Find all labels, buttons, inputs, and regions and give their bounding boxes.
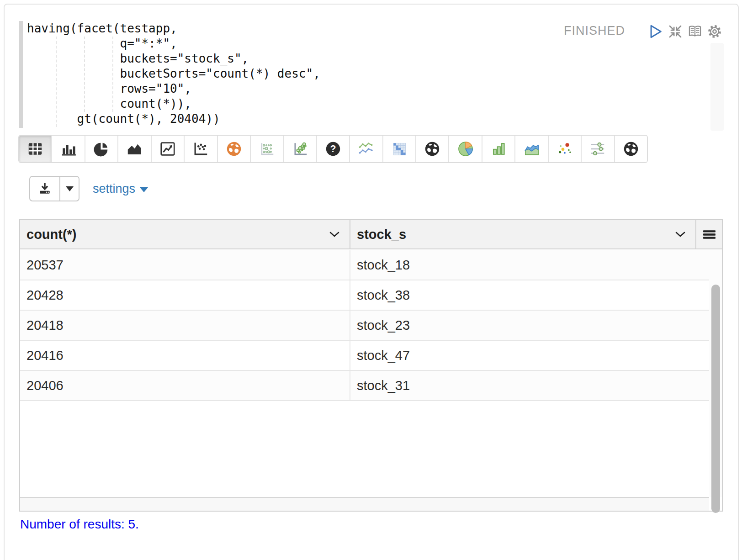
table-row: 20418 stock_23 [20,311,709,341]
cell-count: 20418 [20,311,350,340]
tab-bubble-matrix[interactable] [251,136,284,162]
tab-pie-chart[interactable] [85,136,118,162]
tab-scatter-chart[interactable] [185,136,217,162]
line-chart-icon [159,140,176,158]
download-button-group [29,176,80,201]
indent-guide [56,37,57,127]
tab-multi-line-chart[interactable] [350,136,383,162]
help-icon: ? [324,140,342,158]
cell-stock: stock_31 [350,371,709,400]
column-header-label: count(*) [26,227,77,242]
scatter-chart-icon [192,140,209,158]
pie-color-icon [457,140,474,158]
column-header-stock[interactable]: stock_s [350,220,696,248]
visualization-toolbar: ? [18,135,648,163]
heatmap-icon [391,140,408,158]
editor-scrollbar[interactable] [710,43,724,131]
cell-count: 20428 [20,280,350,310]
code-text[interactable]: having(facet(testapp, q="*:*", buckets="… [27,21,320,127]
tab-bar-chart-color[interactable] [482,136,515,162]
svg-text:?: ? [330,143,336,154]
bubble-scatter-icon [292,140,309,158]
editor-gutter [19,21,23,128]
sliders-icon [589,140,606,158]
settings-toggle[interactable]: settings [93,180,148,198]
table-row: 20416 stock_47 [20,341,709,371]
tab-map-globe-dark-2[interactable] [615,136,647,162]
results-grid: count(*) stock_s 20537 [19,219,723,512]
tab-heatmap[interactable] [383,136,416,162]
collapse-icon [668,24,683,39]
bar-chart-icon [60,140,77,158]
pie-chart-icon [93,140,110,158]
grid-scrollbar-track[interactable] [709,250,722,497]
table-icon [26,140,44,158]
tab-bar-chart[interactable] [52,136,85,162]
tab-bubble-scatter[interactable] [284,136,317,162]
scatter-color-icon [556,140,573,158]
cell-count: 20416 [20,341,350,370]
tab-line-chart[interactable] [152,136,185,162]
grid-footer [20,497,709,511]
hamburger-icon [703,230,716,239]
multi-line-chart-icon [357,140,375,158]
download-options-button[interactable] [60,177,79,201]
tab-map-globe-dark[interactable] [416,136,449,162]
tab-scatter-color[interactable] [549,136,582,162]
caret-down-icon [66,186,74,191]
tab-map-globe-orange[interactable] [218,136,251,162]
run-button[interactable] [648,24,663,39]
grid-scrollbar-thumb[interactable] [711,285,720,513]
paragraph-container: having(facet(testapp, q="*:*", buckets="… [4,4,739,560]
globe-dark-icon [622,140,640,158]
gear-icon [707,24,722,39]
settings-label: settings [93,182,135,196]
grid-body: 20537 stock_18 20428 stock_38 20418 stoc… [20,250,709,401]
play-icon [648,24,663,39]
tab-pie-chart-color[interactable] [449,136,482,162]
results-count-text: Number of results: 5. [20,517,139,532]
area-chart-icon [126,140,143,158]
code-editor[interactable]: having(facet(testapp, q="*:*", buckets="… [5,5,737,132]
column-header-label: stock_s [357,227,406,242]
area-color-icon [523,140,541,158]
tab-help[interactable]: ? [317,136,350,162]
cell-count: 20537 [20,250,350,280]
table-row: 20537 stock_18 [20,250,709,280]
indent-guide [84,37,85,112]
tab-area-chart[interactable] [118,136,151,162]
chevron-down-icon[interactable] [329,232,339,237]
indent-guide [112,37,113,112]
grid-menu-button[interactable] [696,220,722,248]
chevron-down-icon[interactable] [675,232,685,237]
globe-dark-icon [424,140,441,158]
caret-down-icon [140,187,148,192]
cell-stock: stock_23 [350,311,709,340]
collapse-button[interactable] [668,24,683,39]
bubble-matrix-icon [258,140,276,158]
column-header-count[interactable]: count(*) [20,220,350,248]
cell-stock: stock_18 [350,250,709,280]
paragraph-settings-button[interactable] [707,24,722,39]
download-button[interactable] [30,177,60,201]
book-icon [687,24,703,39]
globe-orange-icon [225,140,243,158]
tab-parallel-sliders[interactable] [582,136,615,162]
grid-header-row: count(*) stock_s [20,220,722,249]
table-row: 20428 stock_38 [20,280,709,311]
status-badge: FINISHED [564,24,625,38]
bar-color-icon [490,140,507,158]
tab-area-chart-color[interactable] [515,136,548,162]
table-row: 20406 stock_31 [20,371,709,401]
cell-stock: stock_47 [350,341,709,370]
tab-table[interactable] [19,136,52,162]
cell-stock: stock_38 [350,280,709,310]
show-editor-button[interactable] [687,24,703,39]
download-icon [37,181,52,196]
cell-count: 20406 [20,371,350,400]
